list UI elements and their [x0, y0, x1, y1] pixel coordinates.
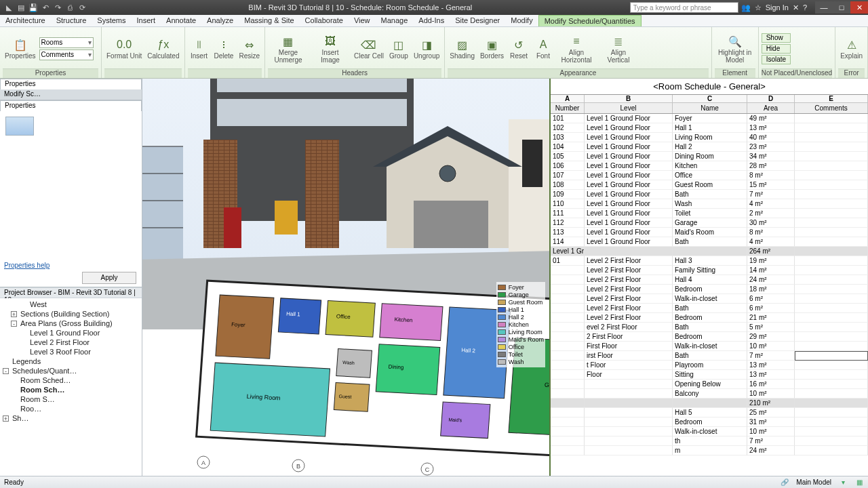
- schedule-row[interactable]: t FloorPlayroom13 m²: [551, 361, 868, 370]
- keyword-search-input[interactable]: Type a keyword or phrase: [630, 2, 738, 13]
- properties-button[interactable]: 📋Properties: [3, 30, 38, 68]
- schedule-row[interactable]: 101Level 1 Ground FloorFoyer49 m²: [551, 114, 868, 123]
- worksets-icon[interactable]: 🔗: [780, 478, 789, 487]
- tree-node[interactable]: +Sections (Building Section): [0, 309, 142, 319]
- schedule-row[interactable]: FloorSitting13 m²: [551, 370, 868, 380]
- delete-column-button[interactable]: ⫶Delete: [212, 30, 236, 68]
- col-header[interactable]: Number: [551, 103, 585, 113]
- schedule-row[interactable]: th7 m²: [551, 436, 868, 446]
- menu-tab-collaborate[interactable]: Collaborate: [300, 15, 349, 26]
- schedule-row[interactable]: 104Level 1 Ground FloorHall 223 m²: [551, 142, 868, 152]
- group-headers-button[interactable]: ◫Group: [387, 30, 410, 68]
- save-icon[interactable]: 💾: [28, 3, 38, 12]
- schedule-row[interactable]: 102Level 1 Ground FloorHall 113 m²: [551, 123, 868, 133]
- schedule-row[interactable]: 108Level 1 Ground FloorGuest Room15 m²: [551, 180, 868, 190]
- col-letter[interactable]: C: [673, 95, 747, 103]
- schedule-row[interactable]: 2 First FloorBedroom29 m²: [551, 332, 868, 342]
- schedule-body[interactable]: 101Level 1 Ground FloorFoyer49 m²102Leve…: [551, 114, 868, 476]
- menu-tab-analyze[interactable]: Analyze: [201, 15, 239, 26]
- schedule-row[interactable]: Balcony10 m²: [551, 389, 868, 399]
- col-letter[interactable]: A: [551, 95, 585, 103]
- col-letter[interactable]: B: [585, 95, 673, 103]
- menu-tab-systems[interactable]: Systems: [92, 15, 131, 26]
- schedule-total-row[interactable]: 210 m²: [551, 399, 868, 408]
- schedule-row[interactable]: 114Level 1 Ground FloorBath4 m²: [551, 237, 868, 247]
- exchange-icon[interactable]: ✕: [793, 3, 799, 12]
- col-header[interactable]: Comments: [795, 103, 868, 113]
- schedule-row[interactable]: 01Level 2 First FloorHall 319 m²: [551, 256, 868, 266]
- app-icon[interactable]: ◣: [4, 3, 14, 12]
- tree-node[interactable]: West: [0, 300, 142, 309]
- field-select[interactable]: Comments: [39, 49, 94, 60]
- col-header[interactable]: Name: [673, 103, 747, 113]
- properties-help-link[interactable]: Properties help: [4, 262, 50, 269]
- schedule-row[interactable]: 110Level 1 Ground FloorWash4 m²: [551, 199, 868, 209]
- maximize-button[interactable]: □: [833, 1, 850, 14]
- tree-node[interactable]: Level 1 Ground Floor: [0, 328, 142, 338]
- schedule-row[interactable]: Level 2 First FloorWalk-in-closet6 m²: [551, 294, 868, 304]
- undo-icon[interactable]: ↶: [41, 3, 50, 12]
- schedule-row[interactable]: Level 2 First FloorBedroom21 m²: [551, 313, 868, 323]
- schedule-row[interactable]: 109Level 1 Ground FloorBath7 m²: [551, 190, 868, 199]
- font-button[interactable]: AFont: [532, 30, 555, 68]
- format-unit-button[interactable]: 0.0Format Unit: [104, 30, 144, 68]
- highlight-in-model-button[interactable]: 🔍Highlight in Model: [715, 30, 755, 68]
- tree-node[interactable]: Legends: [0, 357, 142, 366]
- col-header[interactable]: Level: [585, 103, 673, 113]
- col-letter[interactable]: E: [795, 95, 868, 103]
- category-select[interactable]: Rooms: [39, 37, 94, 48]
- select-icon[interactable]: ▦: [854, 478, 864, 487]
- borders-button[interactable]: ▣Borders: [478, 30, 506, 68]
- tree-node[interactable]: Room S…: [0, 394, 142, 404]
- tree-node[interactable]: -Area Plans (Gross Building): [0, 319, 142, 328]
- modify-tab[interactable]: Modify Sc…: [0, 89, 142, 100]
- schedule-row[interactable]: 112Level 1 Ground FloorGarage30 m²: [551, 218, 868, 228]
- menu-tab-insert[interactable]: Insert: [132, 15, 161, 26]
- schedule-row[interactable]: Level 2 First FloorBedroom18 m²: [551, 285, 868, 294]
- merge-button[interactable]: ▦Merge Unmerge: [268, 30, 309, 68]
- menu-tab-modify[interactable]: Modify: [505, 15, 538, 26]
- filter-icon[interactable]: ▾: [838, 478, 848, 487]
- help-icon[interactable]: ?: [803, 3, 807, 12]
- schedule-row[interactable]: 107Level 1 Ground FloorOffice8 m²: [551, 171, 868, 180]
- schedule-row[interactable]: 105Level 1 Ground FloorDining Room34 m²: [551, 152, 868, 161]
- favorite-icon[interactable]: ☆: [755, 3, 762, 12]
- redo-icon[interactable]: ↷: [53, 3, 62, 12]
- resize-column-button[interactable]: ⇔Resize: [237, 30, 262, 68]
- schedule-row[interactable]: 106Level 1 Ground FloorKitchen28 m²: [551, 161, 868, 171]
- menu-tab-add-ins[interactable]: Add-Ins: [413, 15, 450, 26]
- calculated-button[interactable]: ƒxCalculated: [145, 30, 181, 68]
- ungroup-headers-button[interactable]: ◨Ungroup: [412, 30, 441, 68]
- schedule-row[interactable]: 113Level 1 Ground FloorMaid's Room8 m²: [551, 228, 868, 237]
- tree-node[interactable]: Roo…: [0, 404, 142, 413]
- project-browser-tree[interactable]: West+Sections (Building Section)-Area Pl…: [0, 298, 142, 476]
- tree-node[interactable]: Room Sch…: [0, 385, 142, 394]
- subscription-icon[interactable]: 👥: [741, 3, 751, 12]
- schedule-row[interactable]: m24 m²: [551, 446, 868, 455]
- menu-tab-architecture[interactable]: Architecture: [0, 15, 51, 26]
- properties-tab-2[interactable]: Properties: [0, 100, 142, 111]
- menu-tab-massing-site[interactable]: Massing & Site: [239, 15, 299, 26]
- schedule-row[interactable]: Walk-in-closet10 m²: [551, 427, 868, 436]
- tree-node[interactable]: Level 3 Roof Floor: [0, 347, 142, 357]
- align-vertical-button[interactable]: ≣Align Vertical: [598, 30, 639, 68]
- menu-tab-annotate[interactable]: Annotate: [161, 15, 201, 26]
- schedule-row[interactable]: evel 2 First FloorBath5 m²: [551, 323, 868, 332]
- explain-error-button[interactable]: ⚠Explain: [838, 30, 865, 68]
- schedule-row[interactable]: Level 2 First FloorFamily Sitting14 m²: [551, 266, 868, 275]
- print-icon[interactable]: ⎙: [65, 3, 75, 12]
- status-main-model[interactable]: Main Model: [796, 479, 831, 486]
- tree-node[interactable]: Room Sched…: [0, 375, 142, 385]
- schedule-row[interactable]: Hall 525 m²: [551, 408, 868, 418]
- hide-button[interactable]: Hide: [762, 44, 791, 54]
- col-header[interactable]: Area: [747, 103, 795, 113]
- schedule-row[interactable]: Level 2 First FloorBath6 m²: [551, 304, 868, 313]
- schedule-total-row[interactable]: Level 1 Ground Floor: 14264 m²: [551, 247, 868, 256]
- schedule-row[interactable]: 111Level 1 Ground FloorToilet2 m²: [551, 209, 868, 218]
- insert-column-button[interactable]: ⫴Insert: [188, 30, 211, 68]
- col-letter[interactable]: D: [747, 95, 795, 103]
- open-icon[interactable]: ▤: [16, 3, 26, 12]
- reset-button[interactable]: ↺Reset: [507, 30, 530, 68]
- schedule-row[interactable]: irst FloorBath7 m²: [551, 351, 868, 361]
- properties-tab[interactable]: Properties: [0, 79, 142, 89]
